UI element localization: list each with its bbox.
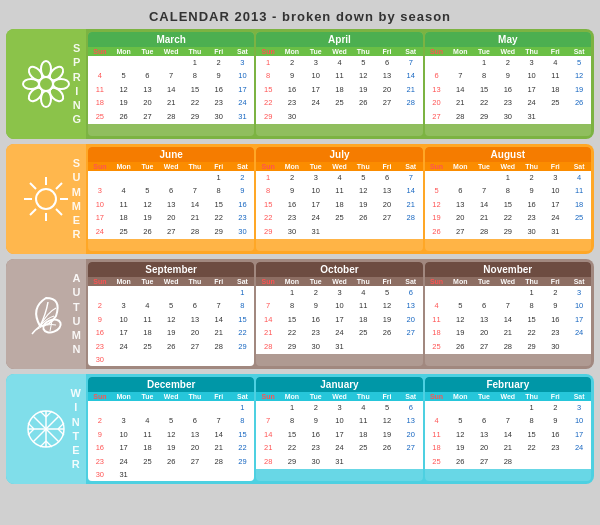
cal-grid: 1234567891011121314151617181920212223242… (256, 171, 422, 239)
cal-cell: 6 (375, 171, 399, 185)
cal-cell: 14 (256, 313, 280, 327)
cal-cell: 12 (159, 313, 183, 327)
day-label: Fri (543, 277, 567, 286)
day-label: Thu (520, 277, 544, 286)
cal-cell: 16 (543, 313, 567, 327)
cal-cell: 12 (448, 313, 472, 327)
cal-cell: 28 (496, 340, 520, 354)
day-label: Sun (256, 392, 280, 401)
cal-cell (88, 171, 112, 185)
month-calendar: SeptemberSunMonTueWedThuFriSat1234567891… (88, 262, 254, 366)
season-icon-panel: WINTER (6, 374, 86, 484)
cal-grid: 1234567891011121314151617181920212223242… (256, 56, 422, 124)
cal-cell: 26 (159, 340, 183, 354)
cal-cell: 25 (425, 455, 449, 469)
cal-cell: 9 (88, 428, 112, 442)
day-label: Thu (183, 162, 207, 171)
cal-cell: 22 (231, 442, 255, 456)
cal-cell (136, 286, 160, 300)
day-label: Wed (328, 162, 352, 171)
cal-cell: 10 (567, 300, 591, 314)
day-label: Sat (567, 277, 591, 286)
cal-cell: 8 (231, 300, 255, 314)
season-row-spring: SPRINGMarchSunMonTueWedThuFriSat12345678… (6, 29, 594, 139)
day-label: Tue (136, 162, 160, 171)
cal-cell: 3 (328, 401, 352, 415)
cal-cell: 30 (520, 225, 544, 239)
cal-cell: 30 (543, 340, 567, 354)
day-header-row: SunMonTueWedThuFriSat (88, 47, 254, 56)
cal-cell: 9 (543, 415, 567, 429)
cal-cell: 27 (399, 327, 423, 341)
season-row-autumn: AUTUMNSeptemberSunMonTueWedThuFriSat1234… (6, 259, 594, 369)
day-label: Tue (304, 277, 328, 286)
day-label: Mon (448, 47, 472, 56)
cal-cell: 17 (304, 198, 328, 212)
cal-cell: 4 (425, 415, 449, 429)
cal-cell: 16 (280, 198, 304, 212)
cal-cell: 2 (231, 171, 255, 185)
cal-cell: 23 (88, 455, 112, 469)
cal-cell: 4 (136, 415, 160, 429)
day-label: Fri (375, 162, 399, 171)
cal-cell: 2 (304, 401, 328, 415)
cal-cell: 25 (328, 97, 352, 111)
cal-cell: 27 (399, 442, 423, 456)
cal-cell: 27 (159, 225, 183, 239)
cal-cell: 3 (567, 286, 591, 300)
cal-cell: 28 (207, 455, 231, 469)
day-label: Thu (520, 162, 544, 171)
day-label: Tue (136, 277, 160, 286)
cal-cell: 7 (207, 300, 231, 314)
cal-cell: 7 (496, 300, 520, 314)
cal-cell: 20 (472, 442, 496, 456)
cal-cell: 12 (567, 70, 591, 84)
cal-cell: 19 (425, 212, 449, 226)
cal-cell: 28 (399, 212, 423, 226)
day-label: Tue (304, 162, 328, 171)
cal-cell: 30 (88, 469, 112, 482)
cal-cell (496, 286, 520, 300)
cal-cell: 23 (88, 340, 112, 354)
day-label: Mon (280, 277, 304, 286)
cal-cell: 11 (328, 185, 352, 199)
cal-cell: 23 (543, 327, 567, 341)
cal-cell (136, 401, 160, 415)
cal-cell: 30 (496, 110, 520, 124)
cal-cell: 19 (136, 212, 160, 226)
cal-cell: 24 (567, 327, 591, 341)
cal-cell (112, 56, 136, 70)
cal-cell: 6 (183, 415, 207, 429)
day-header-row: SunMonTueWedThuFriSat (425, 162, 591, 171)
cal-cell: 5 (448, 415, 472, 429)
day-label: Fri (207, 162, 231, 171)
cal-cell (183, 286, 207, 300)
cal-cell (256, 401, 280, 415)
day-label: Thu (351, 162, 375, 171)
cal-cell (448, 286, 472, 300)
month-header: December (88, 377, 254, 392)
month-header: April (256, 32, 422, 47)
cal-cell: 12 (351, 70, 375, 84)
cal-cell: 22 (183, 97, 207, 111)
cal-cell: 3 (231, 56, 255, 70)
cal-cell: 24 (112, 455, 136, 469)
cal-cell: 23 (304, 327, 328, 341)
cal-cell (425, 401, 449, 415)
season-icon-panel: AUTUMN (6, 259, 86, 369)
cal-cell: 13 (159, 198, 183, 212)
cal-cell: 5 (159, 300, 183, 314)
cal-cell: 21 (399, 83, 423, 97)
cal-cell: 29 (183, 110, 207, 124)
cal-cell: 15 (496, 198, 520, 212)
cal-cell: 12 (159, 428, 183, 442)
cal-cell: 7 (159, 70, 183, 84)
day-label: Sun (88, 277, 112, 286)
cal-cell: 28 (207, 340, 231, 354)
cal-cell: 8 (520, 300, 544, 314)
cal-cell: 1 (520, 286, 544, 300)
cal-cell: 11 (567, 185, 591, 199)
cal-cell: 11 (425, 428, 449, 442)
cal-cell (472, 171, 496, 185)
cal-cell: 4 (136, 300, 160, 314)
